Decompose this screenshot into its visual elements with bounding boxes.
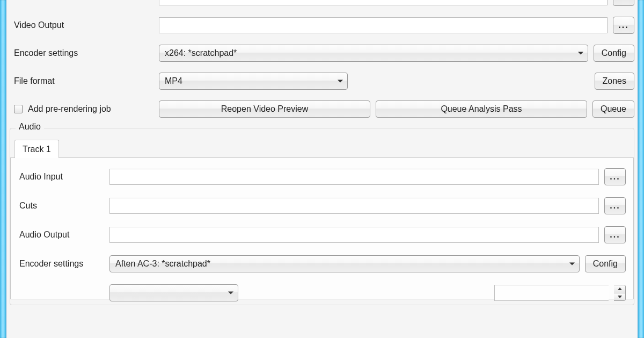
queue-button[interactable]: Queue — [592, 100, 634, 118]
audio-encoder-label: Encoder settings — [18, 259, 104, 269]
prerender-label: Add pre-rendering job — [28, 104, 111, 114]
video-action-row: Add pre-rendering job Reopen Video Previ… — [10, 100, 634, 118]
audio-input-label: Audio Input — [18, 172, 104, 182]
prerender-wrap: Add pre-rendering job — [10, 104, 153, 114]
audio-output-row: Audio Output ... — [18, 226, 626, 244]
video-input-row-partial: ... — [10, 0, 634, 6]
chevron-down-icon — [338, 80, 343, 83]
tab-track-1-label: Track 1 — [23, 145, 51, 154]
spinner-down-icon[interactable] — [614, 293, 625, 301]
audio-encoder-selected-text: Aften AC-3: *scratchpad* — [115, 259, 210, 269]
window-frame-right — [638, 0, 644, 338]
spinner-up-icon[interactable] — [614, 285, 625, 293]
audio-cuts-label: Cuts — [18, 201, 104, 211]
chevron-down-icon — [228, 292, 233, 294]
reopen-video-preview-button[interactable]: Reopen Video Preview — [159, 100, 370, 118]
audio-encoder-config-button[interactable]: Config — [585, 255, 626, 272]
zones-button[interactable]: Zones — [595, 73, 634, 90]
audio-extra-row-partial — [18, 284, 626, 302]
tab-track-1[interactable]: Track 1 — [14, 140, 59, 158]
video-encoder-select[interactable]: x264: *scratchpad* — [159, 45, 588, 62]
audio-input-browse-button[interactable]: ... — [604, 168, 626, 185]
window-frame-left — [0, 0, 6, 338]
audio-encoder-select[interactable]: Aften AC-3: *scratchpad* — [109, 255, 580, 272]
audio-output-label: Audio Output — [18, 230, 104, 240]
audio-group-legend: Audio — [16, 122, 44, 132]
prerender-checkbox[interactable] — [14, 105, 23, 113]
audio-encoder-row: Encoder settings Aften AC-3: *scratchpad… — [18, 255, 626, 273]
video-format-select[interactable]: MP4 — [159, 73, 348, 90]
client-area: ... Video Output ... Encoder settings x2… — [6, 0, 638, 338]
chevron-down-icon — [569, 263, 575, 265]
video-format-row: File format MP4 Zones — [10, 72, 634, 90]
audio-input-field[interactable] — [109, 169, 599, 185]
video-output-field[interactable] — [159, 17, 608, 33]
video-encoder-row: Encoder settings x264: *scratchpad* Conf… — [10, 44, 634, 62]
audio-tabpanel: Audio Input ... Cuts ... Audio Output ..… — [10, 158, 634, 299]
audio-input-row: Audio Input ... — [18, 168, 626, 186]
video-output-row: Video Output ... — [10, 16, 634, 34]
audio-cuts-browse-button[interactable]: ... — [604, 197, 626, 214]
video-output-browse-button[interactable]: ... — [613, 17, 634, 34]
video-input-browse-button[interactable]: ... — [613, 0, 634, 6]
audio-extra-select[interactable] — [109, 284, 238, 301]
audio-numeric-spinner[interactable] — [614, 285, 626, 301]
video-encoder-selected-text: x264: *scratchpad* — [165, 48, 237, 58]
audio-cuts-field[interactable] — [109, 198, 599, 214]
video-format-selected-text: MP4 — [165, 76, 182, 86]
audio-cuts-row: Cuts ... — [18, 197, 626, 215]
chevron-down-icon — [578, 52, 583, 55]
video-encoder-config-button[interactable]: Config — [594, 45, 634, 62]
video-output-label: Video Output — [10, 20, 153, 30]
audio-tabstrip: Track 1 — [10, 139, 634, 158]
queue-analysis-pass-button[interactable]: Queue Analysis Pass — [376, 100, 587, 118]
audio-output-field[interactable] — [109, 227, 599, 243]
video-encoder-label: Encoder settings — [10, 48, 153, 58]
audio-output-browse-button[interactable]: ... — [604, 226, 626, 243]
audio-numeric-field[interactable] — [494, 285, 609, 301]
video-input-field-partial[interactable] — [159, 0, 608, 5]
audio-groupbox: Audio Track 1 Audio Input ... Cuts ... A… — [10, 128, 634, 305]
video-format-label: File format — [10, 76, 153, 86]
